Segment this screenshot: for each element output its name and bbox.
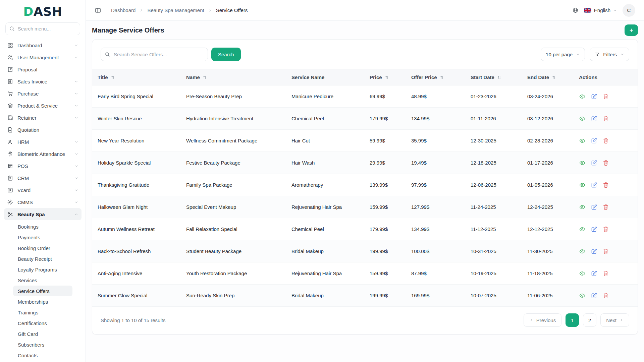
sidebar-item-contacts[interactable]: Contacts <box>13 350 72 361</box>
chevron-right-icon <box>139 8 144 12</box>
cell-end: 01-05-2026 <box>522 174 574 196</box>
sidebar-item-loyalty-programs[interactable]: Loyalty Programs <box>13 264 72 275</box>
sidebar-item-cmms[interactable]: CMMS <box>4 196 82 208</box>
delete-button[interactable] <box>602 182 609 188</box>
sidebar-item-gift-card[interactable]: Gift Card <box>13 328 72 339</box>
sidebar-item-crm[interactable]: CRM <box>4 172 82 184</box>
sidebar-toggle-icon[interactable] <box>95 7 101 14</box>
sidebar-item-proposal[interactable]: Proposal <box>4 63 82 75</box>
page-button-2[interactable]: 2 <box>583 313 596 327</box>
column-header-offer-price[interactable]: Offer Price <box>406 69 465 85</box>
add-service-offer-button[interactable] <box>625 24 638 36</box>
language-switcher[interactable]: English <box>584 7 617 13</box>
sidebar-item-vcard[interactable]: Vcard <box>4 184 82 196</box>
sidebar-item-label: Dashboard <box>17 43 42 48</box>
vcard-icon <box>7 187 13 193</box>
sidebar-item-label: CMMS <box>17 199 33 205</box>
purchase-icon <box>7 90 13 97</box>
sidebar-item-memberships[interactable]: Memberships <box>13 296 72 307</box>
delete-button[interactable] <box>602 115 609 122</box>
table-row: Holiday Sparkle SpecialFestive Beauty Pa… <box>92 152 638 174</box>
edit-button[interactable] <box>591 182 597 188</box>
view-button[interactable] <box>579 115 586 122</box>
sidebar-item-trainings[interactable]: Trainings <box>13 307 72 318</box>
sidebar-item-quotation[interactable]: Quotation <box>4 124 82 136</box>
previous-page-button[interactable]: Previous <box>524 313 561 327</box>
avatar[interactable]: C <box>623 4 635 17</box>
column-header-price[interactable]: Price <box>364 69 406 85</box>
sidebar-item-bookings[interactable]: Bookings <box>13 221 72 232</box>
sidebar-item-dashboard[interactable]: Dashboard <box>4 39 82 51</box>
sidebar-item-service-offers[interactable]: Service Offers <box>13 286 72 296</box>
sidebar-item-beauty-spa[interactable]: Beauty Spa <box>4 208 82 220</box>
filters-button[interactable]: Filters <box>590 48 629 61</box>
sidebar-item-product-service[interactable]: Product & Service <box>4 100 82 112</box>
cell-end: 11-18-2025 <box>522 262 574 285</box>
cell-title: Early Bird Spring Special <box>92 85 181 108</box>
view-button[interactable] <box>579 226 586 233</box>
view-button[interactable] <box>579 248 586 255</box>
delete-button[interactable] <box>602 292 609 299</box>
sidebar-search-input[interactable] <box>5 22 80 35</box>
edit-button[interactable] <box>591 270 597 277</box>
sidebar-item-sales-invoice[interactable]: Sales Invoice <box>4 75 82 87</box>
delete-button[interactable] <box>602 248 609 255</box>
sidebar-item-label: Vcard <box>17 187 31 193</box>
view-button[interactable] <box>579 93 586 100</box>
sidebar-item-subscribers[interactable]: Subscribers <box>13 339 72 350</box>
view-button[interactable] <box>579 292 586 299</box>
sidebar-item-payments[interactable]: Payments <box>13 232 72 243</box>
row-actions <box>579 270 635 277</box>
sidebar-item-hrm[interactable]: HRM <box>4 136 82 148</box>
sidebar-item-biometric-attendance[interactable]: Biometric Attendance <box>4 148 82 160</box>
view-button[interactable] <box>579 270 586 277</box>
delete-button[interactable] <box>602 137 609 144</box>
chevron-down-icon <box>74 116 78 120</box>
cell-price: 69.99$ <box>364 85 406 108</box>
submenu-item-label: Certifications <box>18 320 47 326</box>
breadcrumb-item[interactable]: Beauty Spa Management <box>147 7 204 13</box>
per-page-select[interactable]: 10 per page <box>541 48 585 61</box>
sidebar-item-beauty-receipt[interactable]: Beauty Receipt <box>13 253 72 264</box>
submenu-item-label: Payments <box>18 235 40 240</box>
view-button[interactable] <box>579 137 586 144</box>
breadcrumb-item[interactable]: Dashboard <box>111 7 136 13</box>
next-page-button[interactable]: Next <box>600 313 629 327</box>
page-button-1[interactable]: 1 <box>566 313 579 327</box>
view-button[interactable] <box>579 182 586 188</box>
delete-button[interactable] <box>602 204 609 210</box>
sidebar-item-certifications[interactable]: Certifications <box>13 318 72 328</box>
sidebar-item-booking-order[interactable]: Booking Order <box>13 243 72 253</box>
delete-button[interactable] <box>602 93 609 100</box>
edit-button[interactable] <box>591 160 597 166</box>
delete-button[interactable] <box>602 160 609 166</box>
column-header-name[interactable]: Name <box>181 69 286 85</box>
column-header-end-date[interactable]: End Date <box>522 69 574 85</box>
offers-search-input[interactable] <box>101 48 208 61</box>
column-header-service-name: Service Name <box>286 69 364 85</box>
cell-title: Thanksgiving Gratitude <box>92 174 181 196</box>
view-button[interactable] <box>579 204 586 210</box>
sidebar-item-purchase[interactable]: Purchase <box>4 87 82 100</box>
edit-button[interactable] <box>591 226 597 233</box>
view-button[interactable] <box>579 160 586 166</box>
delete-button[interactable] <box>602 226 609 233</box>
column-header-start-date[interactable]: Start Date <box>465 69 522 85</box>
edit-button[interactable] <box>591 115 597 122</box>
edit-button[interactable] <box>591 93 597 100</box>
edit-button[interactable] <box>591 204 597 210</box>
delete-button[interactable] <box>602 270 609 277</box>
trash-icon <box>602 182 609 188</box>
sidebar-item-services[interactable]: Services <box>13 275 72 286</box>
globe-icon[interactable] <box>572 7 579 13</box>
search-button[interactable]: Search <box>211 48 241 61</box>
sidebar-item-label: Retainer <box>17 115 37 121</box>
edit-icon <box>591 270 597 277</box>
column-header-title[interactable]: Title <box>92 69 181 85</box>
sidebar-item-user-management[interactable]: User Management <box>4 51 82 63</box>
sidebar-item-pos[interactable]: POS <box>4 160 82 172</box>
edit-button[interactable] <box>591 248 597 255</box>
sidebar-item-retainer[interactable]: Retainer <box>4 112 82 124</box>
edit-button[interactable] <box>591 137 597 144</box>
edit-button[interactable] <box>591 292 597 299</box>
